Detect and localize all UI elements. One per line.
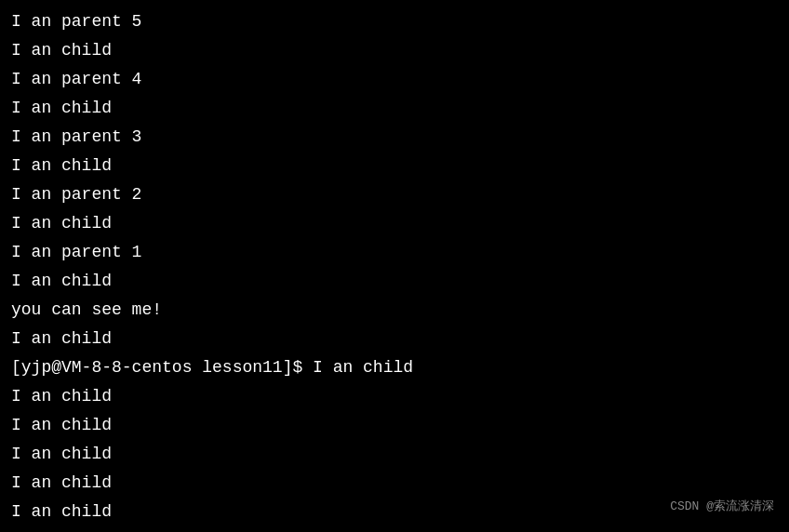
terminal-window: I an parent 5I an childI an parent 4I an… [0,0,789,532]
terminal-line: I an child [11,94,778,123]
terminal-line: I an parent 3 [11,123,778,152]
terminal-line: [yjp@VM-8-8-centos lesson11]$ I an child [11,353,778,382]
terminal-line: I an parent 2 [11,180,778,209]
watermark: CSDN @索流涨清深 [670,492,774,521]
terminal-line: I an child [11,36,778,65]
terminal-line: I an parent 1 [11,238,778,267]
terminal-line: I an child [11,325,778,353]
terminal-line: I an child [11,440,778,469]
terminal-line: you can see me! [11,296,778,325]
terminal-line: I an parent 4 [11,65,778,94]
terminal-line: I an parent 5 [11,7,778,36]
terminal-line: I an child [11,267,778,296]
terminal-line: I an child [11,152,778,180]
terminal-line: I an child [11,411,778,440]
terminal-line: I an child [11,469,778,498]
terminal-line: I an child [11,209,778,238]
terminal-line: I an child [11,382,778,411]
terminal-line: I an child [11,498,778,526]
